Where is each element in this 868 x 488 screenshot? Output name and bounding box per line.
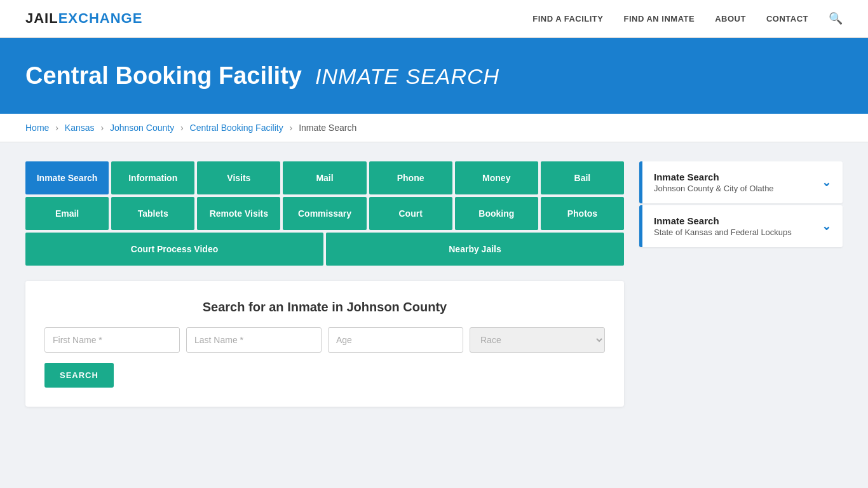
sidebar-card-joco-header[interactable]: Inmate Search Johnson County & City of O… (642, 161, 843, 203)
breadcrumb-sep-3: › (180, 123, 184, 133)
sidebar-card-kansas-text: Inmate Search State of Kansas and Federa… (654, 215, 792, 237)
breadcrumb-kansas[interactable]: Kansas (65, 123, 95, 133)
breadcrumb-current: Inmate Search (299, 123, 356, 133)
breadcrumb-sep-1: › (55, 123, 58, 133)
search-fields: Race White Black Hispanic Asian Other (44, 327, 605, 353)
sidebar-card-kansas-subtitle: State of Kansas and Federal Lockups (654, 227, 792, 237)
sidebar-card-joco-title: Inmate Search (654, 172, 774, 182)
tab-photos[interactable]: Photos (541, 197, 624, 230)
sidebar-card-joco-text: Inmate Search Johnson County & City of O… (654, 172, 774, 193)
tab-visits[interactable]: Visits (197, 161, 280, 194)
breadcrumb-home[interactable]: Home (25, 123, 49, 133)
tab-email[interactable]: Email (25, 197, 109, 230)
search-button[interactable]: SEARCH (44, 363, 114, 388)
sidebar-card-kansas: Inmate Search State of Kansas and Federa… (639, 205, 843, 247)
breadcrumb-cbf[interactable]: Central Booking Facility (190, 123, 283, 133)
hero-facility-name: Central Booking Facility (25, 62, 302, 89)
age-input[interactable] (328, 327, 463, 353)
hero-subtitle: INMATE SEARCH (315, 64, 499, 88)
sidebar-card-joco: Inmate Search Johnson County & City of O… (639, 161, 843, 203)
tab-money[interactable]: Money (455, 161, 538, 194)
chevron-down-icon: ⌄ (822, 175, 831, 189)
tab-phone[interactable]: Phone (369, 161, 452, 194)
breadcrumb-sep-2: › (100, 123, 104, 133)
nav-find-inmate[interactable]: FIND AN INMATE (623, 14, 695, 24)
nav-contact[interactable]: CONTACT (766, 14, 808, 24)
left-column: Inmate Search Information Visits Mail Ph… (25, 161, 624, 407)
first-name-input[interactable] (44, 327, 180, 353)
sidebar-card-joco-subtitle: Johnson County & City of Olathe (654, 184, 774, 193)
tabs-row3: Court Process Video Nearby Jails (25, 233, 624, 266)
navbar: JAILEXCHANGE FIND A FACILITY FIND AN INM… (0, 0, 868, 38)
tab-information[interactable]: Information (111, 161, 194, 194)
tab-commissary[interactable]: Commissary (283, 197, 366, 230)
sidebar-card-kansas-title: Inmate Search (654, 215, 792, 226)
right-sidebar: Inmate Search Johnson County & City of O… (639, 161, 843, 249)
breadcrumb-sep-4: › (290, 123, 293, 133)
search-box: Search for an Inmate in Johnson County R… (25, 281, 624, 407)
race-select[interactable]: Race White Black Hispanic Asian Other (470, 327, 605, 353)
nav-about[interactable]: ABOUT (715, 14, 746, 24)
sidebar-card-kansas-header[interactable]: Inmate Search State of Kansas and Federa… (642, 205, 843, 247)
tab-mail[interactable]: Mail (283, 161, 366, 194)
tabs-row1: Inmate Search Information Visits Mail Ph… (25, 161, 624, 194)
tab-tablets[interactable]: Tablets (111, 197, 194, 230)
hero-banner: Central Booking Facility INMATE SEARCH (0, 38, 868, 114)
hero-title: Central Booking Facility INMATE SEARCH (25, 62, 843, 90)
brand-exchange: EXCHANGE (58, 10, 143, 26)
tab-court-process-video[interactable]: Court Process Video (25, 233, 323, 266)
tab-bail[interactable]: Bail (541, 161, 624, 194)
tab-remote-visits[interactable]: Remote Visits (197, 197, 280, 230)
tabs-row2: Email Tablets Remote Visits Commissary C… (25, 197, 624, 230)
last-name-input[interactable] (186, 327, 322, 353)
search-heading: Search for an Inmate in Johnson County (44, 300, 605, 315)
brand-jail: JAIL (25, 10, 58, 26)
tab-nearby-jails[interactable]: Nearby Jails (326, 233, 624, 266)
tab-court[interactable]: Court (369, 197, 452, 230)
breadcrumb: Home › Kansas › Johnson County › Central… (0, 114, 868, 142)
tab-inmate-search[interactable]: Inmate Search (25, 161, 109, 194)
tab-booking[interactable]: Booking (455, 197, 538, 230)
breadcrumb-johnson[interactable]: Johnson County (110, 123, 174, 133)
main-container: Inmate Search Information Visits Mail Ph… (0, 142, 868, 426)
nav-find-facility[interactable]: FIND A FACILITY (532, 14, 603, 24)
brand-logo[interactable]: JAILEXCHANGE (25, 10, 142, 27)
nav-links: FIND A FACILITY FIND AN INMATE ABOUT CON… (532, 11, 843, 25)
search-icon[interactable]: 🔍 (829, 11, 843, 25)
chevron-down-icon-2: ⌄ (822, 219, 831, 233)
